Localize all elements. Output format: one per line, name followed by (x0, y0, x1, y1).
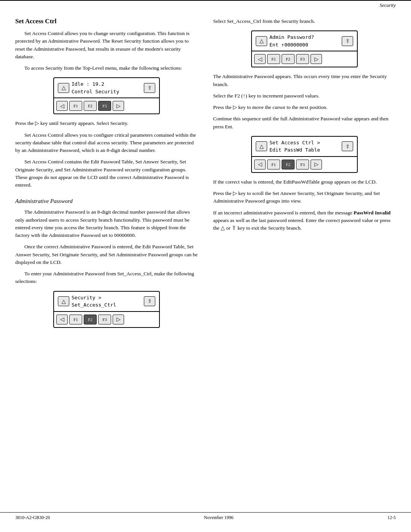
lcd-panel-3: Admin Password? Ent ↑00000000 ⇧ F1 F2 F3 (251, 30, 358, 67)
page-header: Security (0, 0, 411, 10)
right-para7: Press the ▷ key to scroll the Set Answer… (213, 190, 396, 205)
right-para1: Select Set_Access_Ctrl from the Security… (213, 18, 396, 25)
page-footer: 3810-A2-GB30-20 November 1996 12-5 (0, 512, 411, 521)
lcd-left-btn-3[interactable] (254, 54, 266, 64)
lcd-f3-btn-3[interactable]: F3 (296, 54, 309, 64)
left-para8: To enter your Administrative Password fr… (15, 270, 198, 286)
right-column: Select Set_Access_Ctrl from the Security… (206, 18, 396, 333)
lcd-buttons-row-4: F1 F2 F3 (252, 157, 357, 172)
left-para6: The Administrative Password is an 8-digi… (15, 208, 198, 239)
right-para6: If the correct value is entered, the Edi… (213, 178, 396, 186)
lcd-display-4: Set Access Ctrl > Edit PassWd Table ⇧ (252, 137, 357, 157)
footer-center: November 1996 (204, 515, 234, 521)
lcd-f3-btn-4[interactable]: F3 (296, 160, 309, 169)
left-column: Set Access Ctrl Set Access Control allow… (15, 18, 206, 333)
lcd-buttons-row-2: F1 F2 F3 (54, 312, 159, 327)
lcd-right-btn-4[interactable] (311, 160, 322, 169)
lcd-f1-btn-1[interactable]: F1 (69, 101, 82, 111)
right-para8: If an incorrect administrative password … (213, 209, 396, 232)
right-para2: The Administrative Password appears. Thi… (213, 73, 396, 88)
lcd-f1-btn-2[interactable]: F1 (69, 315, 82, 324)
lcd-up-btn-1[interactable] (58, 83, 69, 93)
left-para1: Set Access Control allows you to change … (15, 30, 198, 61)
lcd-up-double-btn-2[interactable]: ⇧ (144, 296, 155, 306)
header-title: Security (379, 2, 396, 8)
lcd-buttons-row-3: F1 F2 F3 (252, 51, 357, 67)
lcd-display-2: Security > Set_Access_Ctrl ⇧ (54, 292, 159, 312)
lcd-up-btn-3[interactable] (256, 36, 267, 46)
lcd-panel-4: Set Access Ctrl > Edit PassWd Table ⇧ F1… (251, 136, 358, 173)
left-para5: Set Access Control contains the Edit Pas… (15, 158, 198, 189)
lcd-up-double-btn-3[interactable]: ⇧ (342, 36, 353, 46)
lcd-f1-btn-3[interactable]: F1 (267, 54, 280, 64)
lcd-f3-btn-1[interactable]: F3 (98, 101, 111, 111)
right-para3: Select the F2 (↑) key to increment passw… (213, 92, 396, 100)
footer-right: 12-5 (387, 515, 396, 521)
lcd-text-2: Security > Set_Access_Ctrl (72, 294, 142, 309)
lcd-left-btn-4[interactable] (254, 160, 266, 169)
lcd-f2-btn-2[interactable]: F2 (84, 315, 97, 324)
main-content: Set Access Ctrl Set Access Control allow… (0, 10, 411, 356)
lcd-right-btn-2[interactable] (113, 315, 124, 324)
lcd-f3-btn-2[interactable]: F3 (98, 315, 111, 324)
subsection-title: Administrative Password (15, 198, 198, 204)
lcd-f2-btn-4[interactable]: F2 (282, 160, 295, 169)
lcd-panel-2: Security > Set_Access_Ctrl ⇧ F1 F2 F3 (53, 291, 160, 328)
lcd-text-1: Idle : 19.2 Control Security (72, 80, 142, 95)
right-para4: Press the ▷ key to move the cursor to th… (213, 104, 396, 111)
lcd-display-1: Idle : 19.2 Control Security ⇧ (54, 78, 159, 98)
lcd-display-3: Admin Password? Ent ↑00000000 ⇧ (252, 31, 357, 51)
lcd-f2-btn-3[interactable]: F2 (282, 54, 295, 64)
lcd-up-double-btn-4[interactable]: ⇧ (342, 141, 353, 151)
lcd-up-double-btn-1[interactable]: ⇧ (144, 83, 155, 93)
footer-left: 3810-A2-GB30-20 (15, 515, 50, 521)
right-para5: Continue this sequence until the full Ad… (213, 115, 396, 131)
lcd-buttons-row-1: F1 F2 F3 (54, 98, 159, 113)
lcd-right-btn-1[interactable] (113, 101, 124, 111)
lcd-left-btn-1[interactable] (56, 101, 68, 111)
lcd-text-4: Set Access Ctrl > Edit PassWd Table (269, 139, 339, 154)
lcd-left-btn-2[interactable] (56, 315, 68, 324)
left-para3: Press the ▷ key until Security appears. … (15, 120, 198, 127)
section-title: Set Access Ctrl (15, 18, 198, 25)
lcd-up-btn-2[interactable] (58, 296, 69, 306)
lcd-f2-btn-1[interactable]: F2 (84, 101, 97, 111)
lcd-up-btn-4[interactable] (256, 141, 267, 151)
lcd-right-btn-3[interactable] (311, 54, 322, 64)
left-para2: To access Security from the Top-Level me… (15, 64, 198, 72)
lcd-panel-1: Idle : 19.2 Control Security ⇧ F1 F2 F3 (53, 77, 160, 114)
left-para4: Set Access Control allows you to configu… (15, 131, 198, 155)
lcd-f1-btn-4[interactable]: F1 (267, 160, 280, 169)
left-para7: Once the correct Administrative Password… (15, 243, 198, 266)
lcd-text-3: Admin Password? Ent ↑00000000 (269, 34, 339, 48)
